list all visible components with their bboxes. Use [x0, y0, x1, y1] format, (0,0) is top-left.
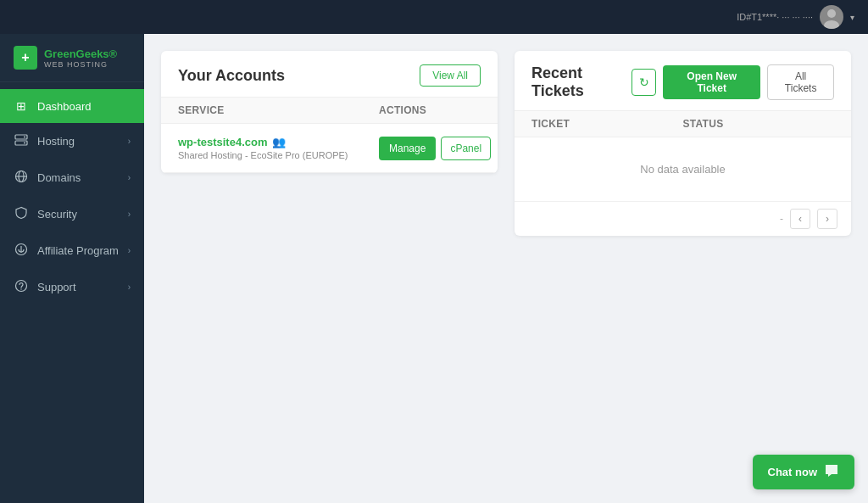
svg-point-1	[824, 20, 839, 29]
support-arrow-icon: ›	[128, 282, 131, 292]
all-tickets-button[interactable]: All Tickets	[767, 64, 834, 100]
actions-cell: Manage cPanel	[379, 137, 481, 160]
user-id: ID#T1****· ··· ··· ····	[737, 12, 813, 22]
service-col-label: Service	[178, 104, 379, 116]
no-data-message: No data available	[515, 137, 851, 201]
chat-icon	[824, 463, 839, 481]
accounts-card-header: Your Accounts View All	[161, 51, 498, 97]
ticket-col-label: Ticket	[531, 118, 683, 130]
svg-point-0	[827, 9, 836, 18]
sidebar-item-affiliate-label: Affiliate Program	[37, 244, 119, 257]
dashboard-icon: ⊞	[14, 99, 29, 113]
account-row: wp-testsite4.com 👥 Shared Hosting - EcoS…	[161, 124, 498, 173]
next-page-button[interactable]: ›	[817, 209, 837, 229]
sidebar-item-security[interactable]: Security ›	[0, 196, 144, 232]
affiliate-icon	[14, 243, 29, 259]
main-layout: + GreenGeeks® WEB HOSTING ⊞ Dashboard Ho…	[0, 34, 868, 503]
sidebar-item-security-label: Security	[37, 208, 77, 221]
view-all-button[interactable]: View All	[420, 64, 481, 87]
cpanel-button[interactable]: cPanel	[441, 137, 491, 160]
refresh-button[interactable]: ↻	[632, 69, 656, 96]
sidebar-item-domains-label: Domains	[37, 171, 81, 184]
tickets-card-title: Recent Tickets	[531, 64, 632, 100]
security-arrow-icon: ›	[128, 210, 131, 219]
tickets-card: Recent Tickets ↻ Open New Ticket All Tic…	[515, 51, 851, 236]
nav-menu: ⊞ Dashboard Hosting › Domains ›	[0, 82, 144, 305]
svg-point-4	[24, 137, 25, 138]
sidebar-item-support[interactable]: Support ›	[0, 269, 144, 305]
manage-button[interactable]: Manage	[379, 137, 436, 160]
open-new-ticket-button[interactable]: Open New Ticket	[663, 65, 760, 99]
tickets-table-header: Ticket Status	[515, 110, 851, 137]
sidebar-item-hosting-label: Hosting	[37, 135, 75, 148]
logo-name: GreenGeeks®	[44, 48, 117, 60]
cards-row: Your Accounts View All Service Actions w…	[161, 51, 851, 236]
users-icon: 👥	[272, 136, 286, 148]
accounts-table-header: Service Actions	[161, 97, 498, 124]
domains-icon	[14, 170, 29, 186]
page-dots: -	[780, 213, 783, 225]
content-area: Your Accounts View All Service Actions w…	[144, 34, 868, 503]
logo-text: GreenGeeks® WEB HOSTING	[44, 48, 117, 69]
svg-point-12	[20, 288, 21, 289]
avatar	[820, 5, 843, 29]
actions-col-label: Actions	[379, 104, 481, 116]
service-name: wp-testsite4.com 👥	[178, 136, 379, 148]
pagination-row: - ‹ ›	[515, 201, 851, 236]
chevron-down-icon[interactable]: ▾	[850, 13, 854, 22]
logo-icon: +	[14, 46, 37, 70]
accounts-card: Your Accounts View All Service Actions w…	[161, 51, 498, 173]
logo-area: + GreenGeeks® WEB HOSTING	[0, 34, 144, 82]
refresh-icon: ↻	[639, 75, 649, 89]
affiliate-arrow-icon: ›	[128, 246, 131, 255]
user-info: ID#T1****· ··· ··· ···· ▾	[737, 5, 854, 29]
chat-now-button[interactable]: Chat now	[753, 455, 855, 489]
service-sub: Shared Hosting - EcoSite Pro (EUROPE)	[178, 150, 379, 160]
tickets-card-header: Recent Tickets ↻ Open New Ticket All Tic…	[515, 51, 851, 110]
sidebar-item-dashboard-label: Dashboard	[37, 100, 92, 113]
hosting-arrow-icon: ›	[128, 137, 131, 146]
sidebar-item-support-label: Support	[37, 281, 76, 293]
prev-page-button[interactable]: ‹	[790, 209, 810, 229]
sidebar-item-dashboard[interactable]: ⊞ Dashboard	[0, 89, 144, 123]
domains-arrow-icon: ›	[128, 173, 131, 182]
svg-point-5	[24, 143, 25, 144]
top-header: ID#T1****· ··· ··· ···· ▾	[0, 0, 868, 34]
chat-now-label: Chat now	[768, 466, 818, 478]
sidebar: + GreenGeeks® WEB HOSTING ⊞ Dashboard Ho…	[0, 34, 144, 503]
sidebar-item-hosting[interactable]: Hosting ›	[0, 123, 144, 159]
ticket-actions: ↻ Open New Ticket All Tickets	[632, 64, 834, 100]
status-col-label: Status	[683, 118, 835, 130]
accounts-card-title: Your Accounts	[178, 67, 285, 85]
logo-sub: WEB HOSTING	[44, 60, 117, 69]
hosting-icon	[14, 133, 29, 149]
sidebar-item-domains[interactable]: Domains ›	[0, 159, 144, 196]
sidebar-item-affiliate[interactable]: Affiliate Program ›	[0, 232, 144, 269]
support-icon	[14, 279, 29, 295]
service-info: wp-testsite4.com 👥 Shared Hosting - EcoS…	[178, 136, 379, 160]
site-name: wp-testsite4.com	[178, 136, 267, 148]
security-icon	[14, 206, 29, 222]
